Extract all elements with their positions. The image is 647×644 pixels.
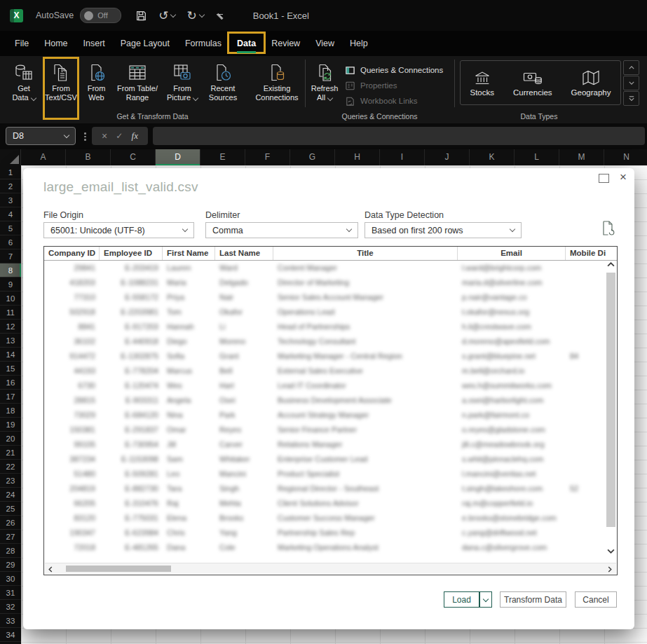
queries-and-connections-button[interactable]: Queries & Connections [345, 62, 443, 78]
gallery-scroll-up-button[interactable] [623, 60, 639, 75]
refresh-all-button[interactable]: Refresh All [308, 58, 341, 118]
row-header-cell[interactable]: 34 [0, 628, 21, 642]
row-header-cell[interactable]: 31 [0, 586, 21, 600]
column-header-cell[interactable]: H [335, 149, 380, 165]
drag-handle-icon[interactable] [84, 132, 86, 141]
row-header-cell[interactable]: 25 [0, 502, 21, 516]
dialog-close-button[interactable]: × [620, 170, 627, 185]
from-picture-button[interactable]: From Picture [162, 58, 203, 118]
ribbon-tab[interactable]: Home [36, 33, 75, 54]
row-header-cell[interactable]: 12 [0, 320, 21, 334]
row-header-cell[interactable]: 3 [0, 193, 21, 207]
file-origin-select[interactable]: 65001: Unicode (UTF-8) [43, 222, 194, 238]
ribbon-tab[interactable]: Insert [76, 33, 113, 54]
column-header-cell[interactable]: D [156, 149, 200, 165]
row-header-cell[interactable]: 15 [0, 362, 21, 376]
recent-sources-button[interactable]: Recent Sources [204, 58, 242, 118]
row-header-cell[interactable]: 14 [0, 348, 21, 362]
column-header-cell[interactable]: F [245, 149, 290, 165]
row-header-cell[interactable]: 32 [0, 600, 21, 614]
row-header-cell[interactable]: 24 [0, 488, 21, 502]
transform-data-button[interactable]: Transform Data [500, 591, 566, 608]
save-button[interactable] [135, 10, 147, 22]
row-header-cell[interactable]: 20 [0, 432, 21, 446]
row-header-cell[interactable]: 9 [0, 278, 21, 292]
scroll-up-button[interactable] [605, 262, 617, 267]
column-header-cell[interactable]: N [604, 149, 647, 165]
redo-button[interactable]: ↻ [186, 10, 203, 22]
row-header-cell[interactable]: 10 [0, 292, 21, 306]
from-web-button[interactable]: From Web [80, 58, 113, 118]
row-header-cell[interactable]: 13 [0, 334, 21, 348]
row-header-cell[interactable]: 21 [0, 446, 21, 460]
select-all-corner[interactable] [0, 149, 21, 165]
geography-button[interactable]: Geography [571, 69, 611, 97]
cancel-entry-button[interactable]: × [102, 130, 107, 142]
scroll-left-button[interactable] [48, 566, 53, 573]
row-header-cell[interactable]: 17 [0, 390, 21, 404]
column-header-cell[interactable]: E [200, 149, 245, 165]
column-header-cell[interactable]: K [470, 149, 515, 165]
scroll-down-button[interactable] [605, 549, 617, 554]
row-header-cell[interactable]: 19 [0, 418, 21, 432]
column-header-cell[interactable]: J [425, 149, 470, 165]
row-header-cell[interactable]: 6 [0, 235, 21, 249]
scroll-right-button[interactable] [608, 566, 612, 573]
row-header-cell[interactable]: 7 [0, 249, 21, 263]
ribbon-tab[interactable]: Help [342, 33, 376, 54]
preview-horizontal-scrollbar[interactable] [45, 563, 616, 574]
column-header-cell[interactable]: B [66, 149, 111, 165]
row-header-cell[interactable]: 16 [0, 376, 21, 390]
undo-button[interactable]: ↺ [158, 10, 175, 22]
row-header-cell[interactable]: 29 [0, 558, 21, 572]
formula-input[interactable] [153, 127, 645, 145]
row-header-cell[interactable]: 26 [0, 516, 21, 530]
row-header-cell[interactable]: 33 [0, 614, 21, 628]
column-header-cell[interactable]: C [111, 149, 156, 165]
ribbon-tab[interactable]: File [7, 33, 36, 54]
row-header-cell[interactable]: 5 [0, 221, 21, 235]
row-header-cell[interactable]: 30 [0, 572, 21, 586]
cancel-button[interactable]: Cancel [575, 591, 617, 608]
currencies-button[interactable]: Currencies [513, 69, 552, 97]
ribbon-tab[interactable]: Formulas [177, 33, 229, 54]
delimiter-select[interactable]: Comma [205, 222, 358, 238]
row-header-cell[interactable]: 28 [0, 544, 21, 558]
dialog-maximize-button[interactable] [599, 174, 609, 183]
column-header-cell[interactable]: G [290, 149, 335, 165]
column-header-cell[interactable]: I [380, 149, 425, 165]
autosave-toggle[interactable]: Off [80, 8, 121, 23]
customize-quick-access-button[interactable] [217, 14, 224, 18]
preview-vertical-scrollbar[interactable] [605, 261, 617, 563]
refresh-preview-button[interactable] [601, 220, 615, 237]
name-box[interactable]: D8 [6, 127, 76, 145]
confirm-entry-button[interactable]: ✓ [116, 131, 123, 141]
row-header-cell[interactable]: 4 [0, 207, 21, 221]
column-header-cell[interactable]: L [515, 149, 559, 165]
load-dropdown-button[interactable] [479, 591, 492, 608]
insert-function-button[interactable]: fx [132, 130, 138, 142]
ribbon-tab[interactable]: Review [264, 33, 308, 54]
row-header-cell[interactable]: 18 [0, 404, 21, 418]
ribbon-tab[interactable]: View [308, 33, 342, 54]
gallery-more-button[interactable] [623, 91, 639, 106]
row-header-cell[interactable]: 11 [0, 306, 21, 320]
horizontal-scroll-thumb[interactable] [66, 566, 171, 572]
ribbon-tab[interactable]: Data [229, 33, 264, 54]
from-table-range-button[interactable]: From Table/ Range [114, 58, 161, 118]
existing-connections-button[interactable]: Existing Connections [247, 58, 306, 118]
from-text-csv-button[interactable]: From Text/CSV [43, 58, 79, 118]
data-type-detection-select[interactable]: Based on first 200 rows [365, 222, 522, 238]
gallery-scroll-down-button[interactable] [623, 76, 639, 90]
vertical-scroll-thumb[interactable] [606, 273, 615, 527]
stocks-button[interactable]: Stocks [470, 69, 494, 97]
row-header-cell[interactable]: 8 [0, 263, 21, 278]
row-header-cell[interactable]: 1 [0, 165, 21, 179]
row-header-cell[interactable]: 2 [0, 179, 21, 193]
column-header-cell[interactable]: M [559, 149, 604, 165]
row-header-cell[interactable]: 23 [0, 474, 21, 488]
row-header-cell[interactable]: 22 [0, 460, 21, 474]
column-header-cell[interactable]: A [21, 149, 66, 165]
get-data-button[interactable]: Get Data [6, 58, 42, 118]
ribbon-tab[interactable]: Page Layout [113, 33, 177, 54]
